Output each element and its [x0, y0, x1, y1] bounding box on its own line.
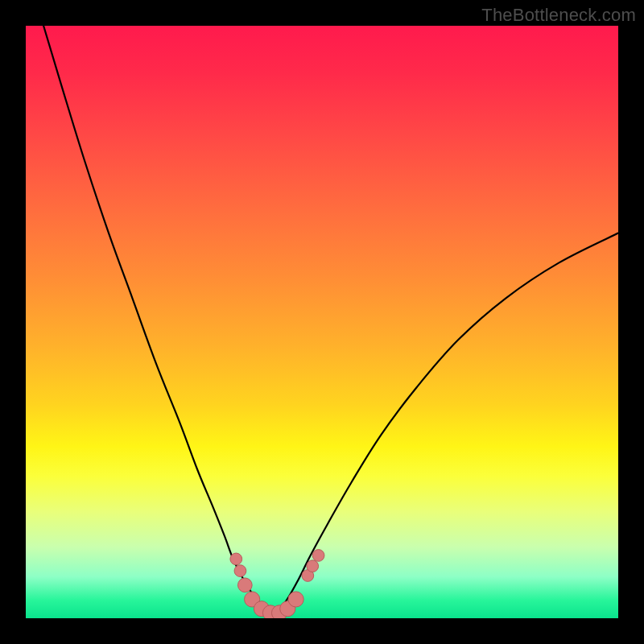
chart-svg — [26, 26, 618, 618]
chart-frame: TheBottleneck.com — [0, 0, 644, 644]
marker-dot — [234, 565, 246, 577]
marker-dot — [288, 592, 303, 607]
attribution-text: TheBottleneck.com — [481, 5, 636, 26]
chart-plot-area — [26, 26, 618, 618]
left-curve — [43, 26, 275, 615]
marker-dot — [230, 553, 242, 565]
marker-dot — [307, 560, 319, 572]
marker-dot — [237, 578, 252, 592]
highlight-markers — [230, 550, 324, 618]
marker-dot — [312, 550, 324, 562]
right-curve — [275, 233, 618, 616]
